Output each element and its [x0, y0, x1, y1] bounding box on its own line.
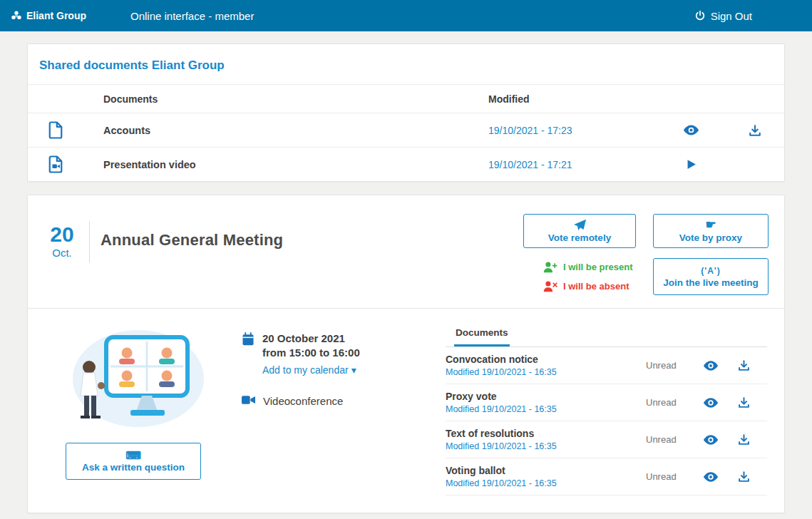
- power-icon: [694, 10, 706, 21]
- meeting-mode-label: Videoconference: [263, 395, 343, 407]
- table-row: Accounts 19/10/2021 - 17:23: [28, 113, 784, 147]
- paper-plane-icon: [573, 219, 587, 231]
- view-document-button[interactable]: [701, 395, 720, 411]
- main-content: Shared documents Eliant Group Documents …: [0, 31, 812, 519]
- view-document-button[interactable]: [682, 123, 700, 138]
- person-add-icon: [543, 261, 557, 273]
- view-document-button[interactable]: [701, 432, 720, 448]
- videoconference-illustration: [62, 323, 205, 431]
- eye-icon: [704, 398, 718, 408]
- shared-documents-table: Documents Modified Accounts 19/10/2021 -…: [28, 84, 784, 181]
- meeting-document-row: Convocation notice Modified 19/10/2021 -…: [446, 347, 767, 384]
- document-cell: Convocation notice Modified 19/10/2021 -…: [446, 354, 646, 377]
- date-time-info: 20 October 2021 from 15:00 to 16:00 Add …: [242, 332, 430, 376]
- view-document-button[interactable]: [701, 469, 720, 485]
- eye-icon: [684, 125, 699, 135]
- document-file-icon: [48, 120, 103, 140]
- vote-remotely-label: Vote remotely: [548, 232, 611, 243]
- meeting-actions: Vote remotely ☛ Vote by proxy I will be …: [523, 214, 769, 295]
- join-live-meeting-button[interactable]: ('A') Join the live meeting: [653, 258, 769, 295]
- row-actions: [682, 157, 764, 173]
- add-to-calendar-link[interactable]: Add to my calendar ▾: [262, 364, 356, 376]
- meeting-document-row: Proxy vote Modified 19/10/2021 - 16:35 U…: [446, 384, 767, 421]
- brand-name: Eliant Group: [26, 10, 86, 21]
- pointing-hand-icon: ☛: [705, 219, 716, 231]
- document-name: Text of resolutions: [446, 428, 646, 439]
- ask-written-question-button[interactable]: ⌨ Ask a written question: [66, 443, 201, 480]
- keyboard-icon: ⌨: [125, 450, 141, 461]
- document-name: Convocation notice: [446, 354, 646, 365]
- meeting-date-day: 20: [45, 224, 79, 245]
- meeting-info-column: 20 October 2021 from 15:00 to 16:00 Add …: [222, 323, 430, 495]
- sign-out-label: Sign Out: [711, 10, 752, 22]
- download-document-button[interactable]: [746, 123, 764, 138]
- absent-label: I will be absent: [563, 281, 629, 292]
- column-header-documents: Documents: [103, 93, 488, 105]
- status-badge: Unread: [646, 397, 701, 408]
- download-document-button[interactable]: [734, 358, 753, 374]
- meeting-body: ⌨ Ask a written question 20 October 2021…: [28, 309, 784, 513]
- document-modified: Modified 19/10/2021 - 16:35: [446, 478, 646, 488]
- eye-icon: [704, 435, 718, 445]
- caret-down-icon: ▾: [351, 364, 356, 376]
- video-camera-icon: [242, 395, 255, 407]
- document-name: Presentation video: [103, 159, 488, 170]
- document-modified: Modified 19/10/2021 - 16:35: [446, 441, 646, 451]
- status-badge: Unread: [646, 434, 701, 445]
- person-remove-icon: [543, 280, 557, 292]
- document-name: Proxy vote: [446, 391, 646, 402]
- view-document-button[interactable]: [701, 358, 720, 374]
- ask-question-label: Ask a written question: [82, 462, 185, 473]
- table-row: Presentation video 19/10/2021 - 17:21: [28, 147, 784, 181]
- document-modified: Modified 19/10/2021 - 16:35: [446, 404, 646, 414]
- sign-out-button[interactable]: Sign Out: [694, 10, 752, 22]
- brand[interactable]: Eliant Group: [11, 10, 86, 21]
- eye-icon: [704, 472, 718, 482]
- document-cell: Text of resolutions Modified 19/10/2021 …: [446, 428, 646, 451]
- download-document-button[interactable]: [734, 469, 753, 485]
- calendar-icon: [242, 332, 255, 376]
- download-icon: [738, 433, 750, 446]
- document-name: Voting ballot: [446, 465, 646, 476]
- document-cell: Proxy vote Modified 19/10/2021 - 16:35: [446, 391, 646, 414]
- i-will-be-absent-option[interactable]: I will be absent: [543, 280, 636, 292]
- topbar-title: Online interface - member: [130, 10, 254, 22]
- vote-by-proxy-label: Vote by proxy: [679, 232, 742, 243]
- meeting-date-block: 20 Oct.: [45, 224, 79, 295]
- presence-options: I will be present I will be absent: [523, 258, 636, 292]
- status-badge: Unread: [646, 360, 701, 371]
- meeting-document-row: Text of resolutions Modified 19/10/2021 …: [446, 421, 767, 458]
- meeting-mode-info: Videoconference: [242, 394, 430, 407]
- play-video-button[interactable]: [682, 157, 700, 173]
- present-label: I will be present: [563, 262, 633, 272]
- meeting-date-month: Oct.: [45, 247, 79, 259]
- row-actions: [682, 123, 764, 138]
- documents-tab-bar: Documents: [446, 323, 767, 347]
- column-header-modified: Modified: [488, 93, 682, 105]
- document-modified: 19/10/2021 - 17:21: [488, 159, 682, 170]
- document-cell: Voting ballot Modified 19/10/2021 - 16:3…: [446, 465, 646, 488]
- meeting-time-line: from 15:00 to 16:00: [262, 346, 360, 360]
- shared-documents-title: Shared documents Eliant Group: [28, 44, 784, 84]
- meeting-documents-panel: Documents Convocation notice Modified 19…: [446, 323, 767, 495]
- live-broadcast-icon: ('A'): [701, 266, 720, 276]
- tab-documents[interactable]: Documents: [454, 323, 510, 346]
- play-icon: [685, 158, 697, 170]
- download-document-button[interactable]: [734, 395, 753, 411]
- topbar: Eliant Group Online interface - member S…: [0, 0, 812, 31]
- download-icon: [738, 359, 750, 371]
- eye-icon: [704, 361, 718, 371]
- video-file-icon: [48, 155, 103, 174]
- document-name: Accounts: [103, 125, 488, 136]
- add-to-calendar-label: Add to my calendar: [262, 364, 349, 376]
- meeting-header: 20 Oct. Annual General Meeting Vote remo…: [28, 195, 784, 308]
- document-modified: Modified 19/10/2021 - 16:35: [446, 367, 646, 377]
- download-document-button[interactable]: [734, 432, 753, 448]
- meeting-card: 20 Oct. Annual General Meeting Vote remo…: [27, 195, 785, 513]
- vote-remotely-button[interactable]: Vote remotely: [523, 214, 636, 248]
- download-icon: [749, 124, 761, 137]
- download-icon: [738, 396, 750, 408]
- download-icon: [738, 471, 750, 483]
- vote-by-proxy-button[interactable]: ☛ Vote by proxy: [653, 214, 769, 248]
- i-will-be-present-option[interactable]: I will be present: [543, 261, 636, 273]
